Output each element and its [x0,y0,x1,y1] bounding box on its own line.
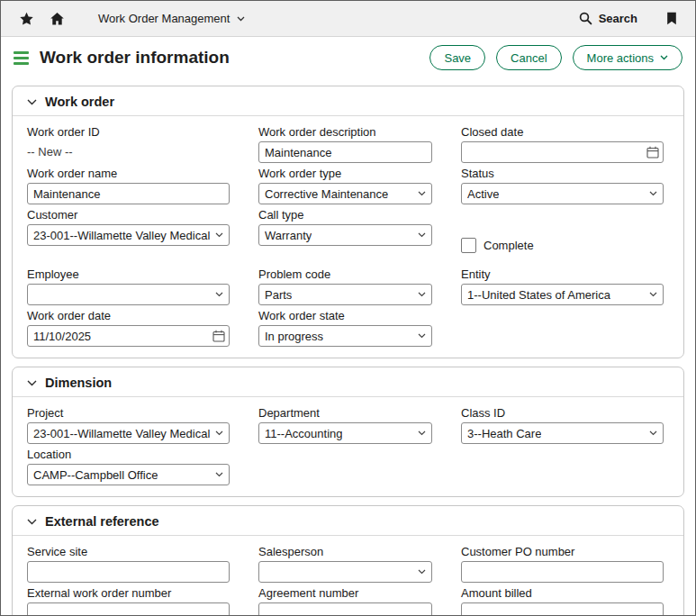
field-work-order-description: Work order description [258,125,432,163]
amount-billed-label: Amount billed [461,586,664,600]
save-button[interactable]: Save [429,45,485,70]
customer-po-number-input[interactable] [461,561,664,583]
work-order-state-value: In progress [265,330,323,343]
service-site-input[interactable] [27,561,230,583]
field-work-order-state: Work order state In progress [258,309,432,347]
topbar: Work Order Management Search [1,1,695,37]
section-title: External reference [45,514,159,529]
field-work-order-date: Work order date [27,309,230,347]
field-project: Project 23-001--Willamette Valley Medica… [27,406,230,444]
salesperson-label: Salesperson [258,545,432,558]
menu-icon[interactable] [14,51,29,65]
field-work-order-type: Work order type Corrective Maintenance [258,167,432,204]
dimension-section-toggle[interactable]: Dimension [13,367,683,397]
work-order-id-label: Work order ID [27,125,230,139]
chevron-down-icon [660,55,668,60]
external-reference-section-toggle[interactable]: External reference [13,506,683,536]
work-order-date-input[interactable] [27,325,230,347]
form-content: Work order Work order ID -- New -- Work … [1,78,695,616]
call-type-select[interactable]: Warranty [258,224,432,246]
field-customer: Customer 23-001--Willamette Valley Medic… [27,208,230,264]
field-class-id: Class ID 3--Heath Care [461,406,664,444]
work-order-window: Work Order Management Search Work order … [0,0,696,616]
project-label: Project [27,406,230,420]
chevron-down-icon [418,333,426,339]
field-amount-billed: Amount billed [461,586,664,616]
complete-checkbox[interactable] [461,238,476,253]
work-order-name-input[interactable] [27,183,230,204]
work-order-fields: Work order ID -- New -- Work order descr… [13,116,683,358]
status-select[interactable]: Active [461,183,664,204]
customer-value: 23-001--Willamette Valley Medical [33,229,210,242]
field-location: Location CAMP--Campbell Office [27,448,230,485]
problem-code-select[interactable]: Parts [258,284,432,305]
calendar-icon[interactable] [212,330,225,342]
more-actions-button[interactable]: More actions [573,45,682,70]
department-select[interactable]: 11--Accounting [258,422,432,444]
field-problem-code: Problem code Parts [258,267,432,305]
app-menu[interactable]: Work Order Management [98,12,245,25]
location-value: CAMP--Campbell Office [33,468,158,482]
dimension-section: Dimension Project 23-001--Willamette Val… [12,367,684,497]
class-id-select[interactable]: 3--Heath Care [461,422,664,444]
home-icon[interactable] [46,8,68,30]
work-order-description-input[interactable] [258,141,432,163]
save-button-label: Save [444,51,471,65]
work-order-name-label: Work order name [27,167,230,180]
department-value: 11--Accounting [265,427,342,440]
employee-select[interactable] [27,284,230,305]
field-agreement-number: Agreement number [258,586,432,616]
more-actions-label: More actions [587,51,654,65]
chevron-down-icon [237,16,245,22]
star-icon[interactable] [15,8,37,30]
field-work-order-id: Work order ID -- New -- [27,125,230,163]
cancel-button[interactable]: Cancel [496,45,561,70]
work-order-type-select[interactable]: Corrective Maintenance [258,183,432,204]
agreement-number-label: Agreement number [258,586,432,600]
field-status: Status Active [461,167,664,204]
external-work-order-number-input[interactable] [27,602,230,616]
field-external-work-order-number: External work order number [27,586,230,616]
customer-select[interactable]: 23-001--Willamette Valley Medical [27,224,230,246]
work-order-id-value: -- New -- [27,141,230,163]
field-service-site: Service site [27,545,230,583]
chevron-down-icon [215,472,223,477]
customer-po-number-label: Customer PO number [461,545,664,558]
work-order-state-label: Work order state [258,309,432,322]
search-button[interactable]: Search [579,12,637,25]
calendar-icon[interactable] [646,146,659,159]
cancel-button-label: Cancel [511,51,547,65]
class-id-label: Class ID [461,406,664,420]
chevron-down-icon [418,430,426,436]
closed-date-input[interactable] [461,141,664,163]
entity-select[interactable]: 1--United States of America [461,284,664,305]
header-actions: Save Cancel More actions [429,45,682,70]
problem-code-label: Problem code [258,267,432,281]
field-closed-date: Closed date [461,125,664,163]
external-reference-section: External reference Service site Salesper… [12,505,684,616]
field-salesperson: Salesperson [258,545,432,583]
work-order-state-select[interactable]: In progress [258,325,432,347]
entity-label: Entity [461,267,664,281]
section-title: Work order [45,95,114,109]
work-order-type-label: Work order type [258,167,432,180]
class-id-value: 3--Heath Care [467,427,541,440]
chevron-down-icon [27,519,37,525]
location-select[interactable]: CAMP--Campbell Office [27,464,230,485]
work-order-section-toggle[interactable]: Work order [13,86,683,116]
project-select[interactable]: 23-001--Willamette Valley Medical [27,422,230,444]
chevron-down-icon [27,99,37,105]
work-order-description-label: Work order description [258,125,432,139]
search-label: Search [599,12,637,25]
service-site-label: Service site [27,545,230,558]
agreement-number-input[interactable] [258,602,432,616]
chevron-down-icon [649,430,657,436]
salesperson-select[interactable] [258,561,432,583]
field-employee: Employee [27,267,230,305]
amount-billed-input[interactable] [461,602,664,616]
field-department: Department 11--Accounting [258,406,432,444]
bookmark-icon[interactable] [661,8,682,30]
entity-value: 1--United States of America [467,288,610,302]
dimension-fields: Project 23-001--Willamette Valley Medica… [13,397,683,496]
work-order-date-label: Work order date [27,309,230,322]
